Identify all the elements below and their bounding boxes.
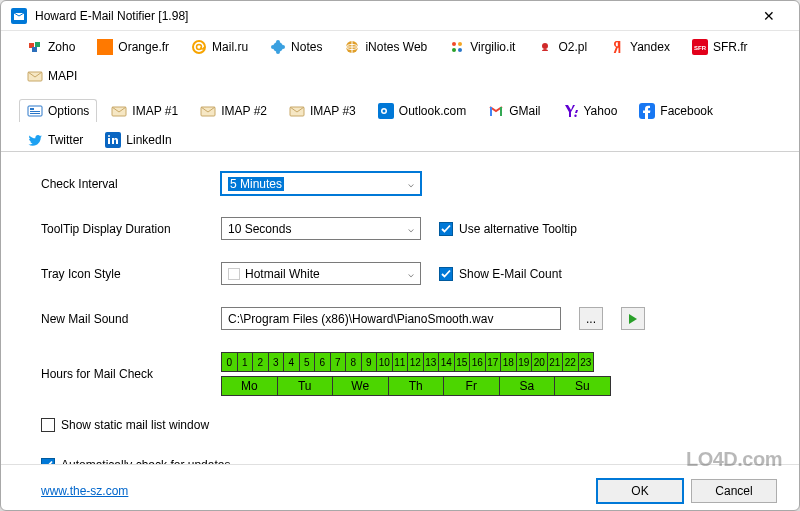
check-interval-select[interactable]: 5 Minutes ⌵	[221, 172, 421, 195]
tab-sfr-fr[interactable]: SFRSFR.fr	[684, 35, 756, 58]
tab-label: Notes	[291, 40, 322, 54]
tab-label: Zoho	[48, 40, 75, 54]
play-sound-button[interactable]	[621, 307, 645, 330]
new-mail-sound-label: New Mail Sound	[41, 312, 221, 326]
sfr-fr-icon: SFR	[692, 39, 708, 55]
close-button[interactable]: ✕	[749, 2, 789, 30]
hour-cell-13[interactable]: 13	[423, 352, 440, 372]
tab-yahoo[interactable]: Yahoo	[555, 99, 626, 122]
svg-rect-38	[108, 138, 110, 144]
svg-point-11	[271, 45, 275, 49]
show-static-mail-list-checkbox[interactable]: Show static mail list window	[41, 418, 209, 432]
hour-cell-14[interactable]: 14	[438, 352, 455, 372]
tab-label: SFR.fr	[713, 40, 748, 54]
tab-virgilio-it[interactable]: Virgilio.it	[441, 35, 523, 58]
hour-cell-4[interactable]: 4	[283, 352, 300, 372]
tab-twitter[interactable]: Twitter	[19, 128, 91, 151]
hour-cell-7[interactable]: 7	[330, 352, 347, 372]
hours-for-mail-check-label: Hours for Mail Check	[41, 367, 221, 381]
options-icon	[27, 103, 43, 119]
tab-mail-ru[interactable]: Mail.ru	[183, 35, 256, 58]
app-icon	[11, 8, 27, 24]
hour-cell-11[interactable]: 11	[392, 352, 409, 372]
tab-linkedin[interactable]: LinkedIn	[97, 128, 179, 151]
tab-label: Yandex	[630, 40, 670, 54]
tab-outlook-com[interactable]: Outlook.com	[370, 99, 474, 122]
day-cell-we[interactable]: We	[332, 376, 389, 396]
hour-cell-22[interactable]: 22	[562, 352, 579, 372]
tooltip-duration-label: ToolTip Display Duration	[41, 222, 221, 236]
svg-point-9	[276, 40, 280, 44]
website-link[interactable]: www.the-sz.com	[41, 484, 128, 498]
imap-3-icon	[289, 103, 305, 119]
mapi-icon	[27, 68, 43, 84]
svg-rect-3	[32, 47, 37, 52]
tab-label: GMail	[509, 104, 540, 118]
day-cell-th[interactable]: Th	[388, 376, 445, 396]
hour-cell-8[interactable]: 8	[345, 352, 362, 372]
tab-orange-fr[interactable]: Orange.fr	[89, 35, 177, 58]
show-email-count-checkbox[interactable]: Show E-Mail Count	[439, 267, 562, 281]
hour-cell-12[interactable]: 12	[407, 352, 424, 372]
day-cell-fr[interactable]: Fr	[443, 376, 500, 396]
chevron-down-icon: ⌵	[408, 268, 414, 279]
svg-point-16	[458, 42, 462, 46]
tab-gmail[interactable]: GMail	[480, 99, 548, 122]
tab-yandex[interactable]: Yandex	[601, 35, 678, 58]
ok-button[interactable]: OK	[597, 479, 683, 503]
hour-cell-19[interactable]: 19	[516, 352, 533, 372]
yahoo-icon	[563, 103, 579, 119]
svg-point-12	[281, 45, 285, 49]
tab-o2-pl[interactable]: O2.pl	[529, 35, 595, 58]
hour-cell-5[interactable]: 5	[299, 352, 316, 372]
browse-sound-button[interactable]: ...	[579, 307, 603, 330]
tab-options[interactable]: Options	[19, 99, 97, 122]
use-alt-tooltip-checkbox[interactable]: Use alternative Tooltip	[439, 222, 577, 236]
checkbox-icon	[439, 267, 453, 281]
tab-mapi[interactable]: MAPI	[19, 64, 85, 87]
hour-cell-17[interactable]: 17	[485, 352, 502, 372]
day-cell-mo[interactable]: Mo	[221, 376, 278, 396]
options-panel: Check Interval 5 Minutes ⌵ ToolTip Displ…	[1, 152, 799, 464]
svg-point-17	[452, 48, 456, 52]
hour-cell-23[interactable]: 23	[578, 352, 595, 372]
cancel-button[interactable]: Cancel	[691, 479, 777, 503]
day-cell-sa[interactable]: Sa	[499, 376, 556, 396]
linkedin-icon	[105, 132, 121, 148]
day-cell-tu[interactable]: Tu	[277, 376, 334, 396]
check-interval-label: Check Interval	[41, 177, 221, 191]
day-cell-su[interactable]: Su	[554, 376, 611, 396]
tab-imap-1[interactable]: IMAP #1	[103, 99, 186, 122]
tab-inotes-web[interactable]: iNotes Web	[336, 35, 435, 58]
svg-point-10	[276, 50, 280, 54]
tray-icon-style-label: Tray Icon Style	[41, 267, 221, 281]
twitter-icon	[27, 132, 43, 148]
hour-cell-15[interactable]: 15	[454, 352, 471, 372]
chevron-down-icon: ⌵	[408, 178, 414, 189]
dialog-footer: www.the-sz.com OK Cancel	[1, 464, 799, 510]
hour-cell-21[interactable]: 21	[547, 352, 564, 372]
tab-notes[interactable]: Notes	[262, 35, 330, 58]
sound-path-input[interactable]	[221, 307, 561, 330]
tooltip-duration-select[interactable]: 10 Seconds ⌵	[221, 217, 421, 240]
gmail-icon	[488, 103, 504, 119]
svg-point-19	[542, 43, 548, 49]
yandex-icon	[609, 39, 625, 55]
tab-imap-2[interactable]: IMAP #2	[192, 99, 275, 122]
checkbox-icon	[41, 418, 55, 432]
hour-cell-20[interactable]: 20	[531, 352, 548, 372]
hour-cell-10[interactable]: 10	[376, 352, 393, 372]
hour-cell-0[interactable]: 0	[221, 352, 238, 372]
hour-cell-6[interactable]: 6	[314, 352, 331, 372]
tab-label: Outlook.com	[399, 104, 466, 118]
tab-imap-3[interactable]: IMAP #3	[281, 99, 364, 122]
tab-zoho[interactable]: Zoho	[19, 35, 83, 58]
hour-cell-9[interactable]: 9	[361, 352, 378, 372]
hour-cell-2[interactable]: 2	[252, 352, 269, 372]
tab-facebook[interactable]: Facebook	[631, 99, 721, 122]
hour-cell-16[interactable]: 16	[469, 352, 486, 372]
hour-cell-18[interactable]: 18	[500, 352, 517, 372]
hour-cell-3[interactable]: 3	[268, 352, 285, 372]
tray-icon-style-select[interactable]: Hotmail White ⌵	[221, 262, 421, 285]
hour-cell-1[interactable]: 1	[237, 352, 254, 372]
